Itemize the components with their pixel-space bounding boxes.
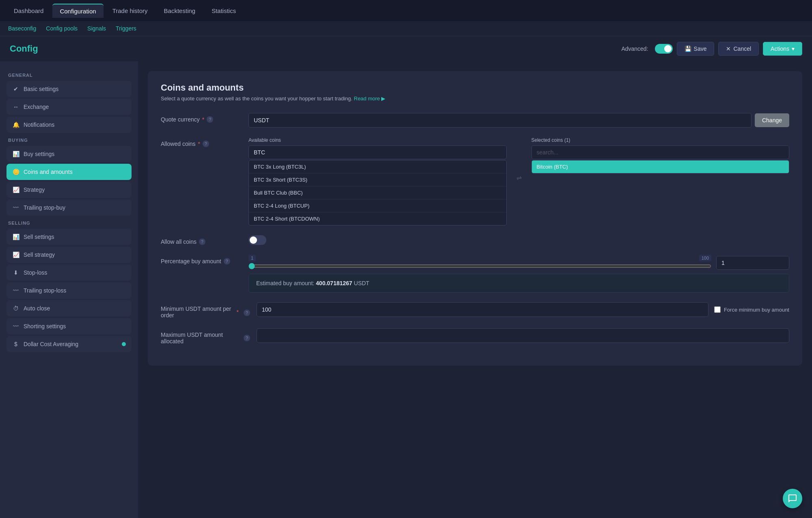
- change-button[interactable]: Change: [755, 113, 789, 127]
- bell-icon: 🔔: [12, 121, 19, 128]
- allow-all-help-icon[interactable]: ?: [199, 238, 205, 245]
- quote-currency-help-icon[interactable]: ?: [207, 116, 213, 123]
- list-item[interactable]: BTC 2-4 Short (BTCDOWN): [249, 212, 506, 225]
- available-coins-box: Available coins BTC 3x Long (BTC3L) BTC …: [248, 137, 507, 225]
- slider-with-input: 1 100: [248, 255, 789, 271]
- main-content: Coins and amounts Select a quote currenc…: [138, 61, 812, 518]
- percentage-buy-row: Percentage buy amount ? 1 100: [161, 255, 789, 293]
- selected-coins-list: Bitcoin (BTC): [531, 160, 790, 173]
- percentage-buy-help-icon[interactable]: ?: [224, 258, 230, 264]
- sidebar-item-dca[interactable]: $ Dollar Cost Averaging: [6, 336, 132, 352]
- percentage-number-input[interactable]: [716, 256, 789, 270]
- sidebar-item-buy-settings[interactable]: 📊 Buy settings: [6, 146, 132, 162]
- min-amount-control: Force minimum buy amount: [257, 302, 789, 317]
- percentage-slider[interactable]: [248, 263, 711, 269]
- available-coins-list: BTC 3x Long (BTC3L) BTC 3x Short (BTC3S)…: [248, 160, 507, 225]
- sidebar-item-auto-close[interactable]: ⏱ Auto close: [6, 300, 132, 316]
- advanced-toggle[interactable]: [655, 44, 673, 54]
- config-card: Coins and amounts Select a quote currenc…: [148, 71, 802, 366]
- section-subtitle: Select a quote currency as well as the c…: [161, 95, 789, 102]
- slider-labels: 1 100: [248, 255, 711, 261]
- allow-all-toggle[interactable]: [248, 235, 266, 245]
- trailing-icon: 〰: [12, 204, 19, 211]
- bar-chart-icon: 📊: [12, 150, 19, 158]
- transfer-icon: ⇌: [516, 174, 522, 182]
- allowed-coins-control: Available coins BTC 3x Long (BTC3L) BTC …: [248, 137, 789, 225]
- sidebar-item-stop-loss[interactable]: ⬇ Stop-loss: [6, 264, 132, 281]
- force-min-label[interactable]: Force minimum buy amount: [714, 306, 789, 313]
- nav-statistics[interactable]: Statistics: [204, 4, 243, 17]
- slider-min-label: 1: [248, 255, 256, 261]
- header-bar: Config Advanced: 💾 Save ✕ Cancel Actions…: [0, 36, 812, 61]
- min-amount-help-icon[interactable]: ?: [244, 310, 250, 316]
- advanced-label: Advanced:: [621, 46, 648, 52]
- sidebar-item-trailing-stop-loss[interactable]: 〰 Trailing stop-loss: [6, 282, 132, 299]
- sidebar-item-shorting-settings[interactable]: 〰 Shorting settings: [6, 318, 132, 334]
- sidebar-section-general: GENERAL: [6, 73, 132, 78]
- force-min-checkbox[interactable]: [714, 306, 721, 313]
- read-more-link[interactable]: Read more ▶: [354, 95, 386, 102]
- allow-all-coins-control: [248, 235, 789, 245]
- nav-backtesting[interactable]: Backtesting: [157, 4, 203, 17]
- check-icon: ✔: [12, 85, 19, 93]
- sidebar-item-strategy[interactable]: 📈 Strategy: [6, 182, 132, 198]
- sidebar-item-notifications[interactable]: 🔔 Notifications: [6, 117, 132, 133]
- chevron-down-icon: ▾: [792, 46, 795, 52]
- sidebar-section-buying: BUYING: [6, 138, 132, 143]
- quote-currency-select[interactable]: USDT BTC ETH: [248, 113, 752, 128]
- cancel-button[interactable]: ✕ Cancel: [718, 42, 759, 56]
- subnav-signals[interactable]: Signals: [87, 25, 106, 32]
- quote-currency-label: Quote currency * ?: [161, 113, 242, 123]
- subnav-triggers[interactable]: Triggers: [116, 25, 136, 32]
- section-title: Coins and amounts: [161, 82, 789, 93]
- sidebar-item-exchange[interactable]: ↔ Exchange: [6, 99, 132, 115]
- save-icon: 💾: [685, 46, 691, 52]
- min-amount-label: Minimum USDT amount per order * ?: [161, 302, 250, 319]
- nav-configuration[interactable]: Configuration: [52, 4, 103, 18]
- min-amount-row: Minimum USDT amount per order * ? Force …: [161, 302, 789, 319]
- subnav-config-pools[interactable]: Config pools: [46, 25, 78, 32]
- quote-currency-control: USDT BTC ETH Change: [248, 113, 789, 128]
- list-item[interactable]: BTC 2-4 Long (BTCUP): [249, 199, 506, 212]
- min-amount-input[interactable]: [257, 302, 708, 317]
- sidebar-item-trailing-stop-buy[interactable]: 〰 Trailing stop-buy: [6, 199, 132, 216]
- coin-icon: 🪙: [12, 168, 19, 176]
- nav-dashboard[interactable]: Dashboard: [6, 4, 51, 17]
- strategy-icon: 📈: [12, 186, 19, 193]
- max-amount-help-icon[interactable]: ?: [244, 335, 250, 341]
- required-marker3: *: [237, 309, 239, 315]
- list-item[interactable]: BTC 3x Long (BTC3L): [249, 160, 506, 173]
- list-item[interactable]: Bitcoin (BTC): [532, 160, 789, 173]
- dollar-icon: $: [12, 340, 19, 348]
- chat-button[interactable]: [783, 489, 802, 508]
- sell-chart-icon: 📊: [12, 233, 19, 241]
- selected-coins-search[interactable]: [531, 145, 790, 159]
- list-item[interactable]: Bull BTC Club (BBC): [249, 186, 506, 199]
- nav-trade-history[interactable]: Trade history: [105, 4, 155, 17]
- max-amount-control: [257, 328, 789, 343]
- sub-nav: Baseconfig Config pools Signals Triggers: [0, 21, 812, 36]
- available-coins-search[interactable]: [248, 145, 507, 159]
- list-item[interactable]: BTC 3x Short (BTC3S): [249, 173, 506, 186]
- cancel-icon: ✕: [726, 46, 731, 52]
- available-coins-label: Available coins: [248, 137, 507, 143]
- subnav-baseconfig[interactable]: Baseconfig: [8, 25, 36, 32]
- sidebar-item-sell-strategy[interactable]: 📈 Sell strategy: [6, 247, 132, 263]
- page-title: Config: [10, 43, 38, 54]
- allow-all-coins-row: Allow all coins ?: [161, 235, 789, 245]
- estimated-box: Estimated buy amount: 400.07181267 USDT: [248, 274, 789, 293]
- required-marker: *: [202, 116, 204, 123]
- trailing-loss-icon: 〰: [12, 287, 19, 294]
- sidebar-item-coins-and-amounts[interactable]: 🪙 Coins and amounts: [6, 164, 132, 180]
- exchange-icon: ↔: [12, 103, 19, 111]
- allowed-coins-help-icon[interactable]: ?: [203, 141, 209, 147]
- sidebar-item-basic-settings[interactable]: ✔ Basic settings: [6, 81, 132, 97]
- save-button[interactable]: 💾 Save: [677, 42, 715, 56]
- transfer-arrows: ⇌: [513, 137, 525, 182]
- percentage-buy-control: 1 100 Estimated buy amount: 400.07181267…: [248, 255, 789, 293]
- sidebar-item-sell-settings[interactable]: 📊 Sell settings: [6, 229, 132, 245]
- selected-coins-label: Selected coins (1): [531, 137, 790, 143]
- actions-button[interactable]: Actions ▾: [763, 42, 802, 56]
- clock-icon: ⏱: [12, 305, 19, 312]
- max-amount-input[interactable]: [257, 328, 789, 343]
